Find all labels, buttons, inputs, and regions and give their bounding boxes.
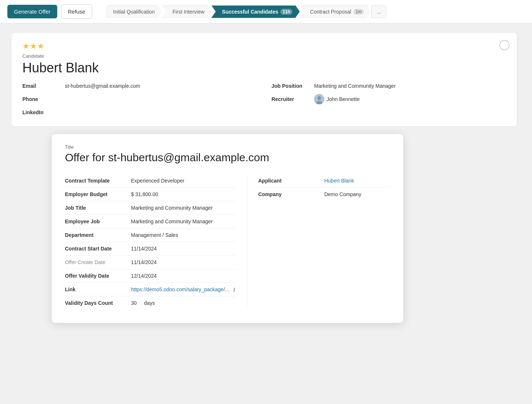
recruiter-name: John Bennette [327, 96, 360, 102]
offer-left-column: Contract Template Experienced Developer … [65, 174, 247, 310]
generate-offer-button[interactable]: Generate Offer [7, 5, 57, 18]
step-initial-qualification[interactable]: Initial Qualification [107, 6, 162, 18]
offer-validity-date-value: 12/14/2024 [131, 273, 157, 279]
offer-validity-date-row: Offer Validity Date 12/14/2024 [65, 269, 236, 283]
job-title-value: Marketing and Community Manager [131, 205, 213, 211]
validity-days-unit: days [144, 300, 155, 306]
candidate-name: Hubert Blank [22, 60, 506, 76]
job-position-field-row: Job Position Marketing and Community Man… [272, 83, 506, 89]
validity-days-container: 30 days [131, 300, 155, 306]
offer-card: Title Offer for st-hubertus@gmail.exampl… [51, 134, 404, 323]
linkedin-label: LinkedIn [22, 109, 59, 115]
offer-right-column: Applicant Hubert Blank Company Demo Comp… [247, 174, 390, 310]
linkedin-field-row: LinkedIn [22, 109, 257, 115]
job-position-label: Job Position [272, 83, 308, 89]
email-label: Email [22, 83, 59, 89]
validity-days-row: Validity Days Count 30 days [65, 296, 236, 310]
contract-start-date-row: Contract Start Date 11/14/2024 [65, 242, 236, 256]
external-link-icon[interactable]: ⚷ [232, 286, 236, 292]
employer-budget-value: $ 31,800.00 [131, 191, 158, 197]
email-value: st-hubertus@gmail.example.com [65, 83, 140, 89]
email-field-row: Email st-hubertus@gmail.example.com [22, 83, 257, 89]
candidate-label: Candidate [22, 53, 506, 59]
step-more-button[interactable]: ... [371, 6, 387, 18]
svg-point-1 [317, 96, 321, 100]
toolbar: Generate Offer Refuse Initial Qualificat… [0, 0, 532, 24]
recruiter-label: Recruiter [272, 96, 308, 102]
step-label: First Interview [172, 9, 204, 15]
employer-budget-row: Employer Budget $ 31,800.00 [65, 188, 236, 201]
company-label: Company [258, 191, 324, 197]
department-label: Department [65, 232, 131, 238]
contract-template-value: Experienced Developer [131, 178, 185, 184]
offer-validity-date-label: Offer Validity Date [65, 273, 131, 279]
phone-label: Phone [22, 96, 59, 102]
offer-create-date-row: Offer Create Date 11/14/2024 [65, 256, 236, 269]
job-position-value: Marketing and Community Manager [314, 83, 396, 89]
contract-start-date-label: Contract Start Date [65, 246, 131, 252]
company-row: Company Demo Company [258, 188, 390, 201]
offer-title-value: Offer for st-hubertus@gmail.example.com [65, 151, 390, 164]
employee-job-row: Employee Job Marketing and Community Man… [65, 215, 236, 228]
step-label: Contract Proposal [310, 9, 351, 15]
link-container: https://demo5.odoo.com/salary_package/..… [131, 286, 236, 292]
link-label: Link [65, 286, 131, 292]
employee-job-value: Marketing and Community Manager [131, 219, 213, 224]
step-label: Initial Qualification [113, 9, 155, 15]
step-badge: 1m [353, 9, 364, 15]
applicant-row: Applicant Hubert Blank [258, 174, 390, 188]
step-contract-proposal[interactable]: Contract Proposal 1m [299, 6, 371, 18]
candidate-card: ★★★ Candidate Hubert Blank Email st-hube… [11, 32, 517, 127]
offer-title-label: Title [65, 144, 390, 150]
step-label: Successful Candidates [222, 9, 278, 15]
contract-start-date-value: 11/14/2024 [131, 246, 157, 252]
employee-job-label: Employee Job [65, 219, 131, 224]
offer-create-date-label: Offer Create Date [65, 259, 131, 265]
circle-toggle-button[interactable] [499, 40, 510, 50]
recruiter-row: John Bennette [314, 94, 360, 104]
offer-create-date-value: 11/14/2024 [131, 259, 157, 265]
contract-template-label: Contract Template [65, 178, 131, 184]
job-title-label: Job Title [65, 205, 131, 211]
validity-days-label: Validity Days Count [65, 300, 131, 306]
offer-fields: Contract Template Experienced Developer … [65, 174, 390, 310]
applicant-value[interactable]: Hubert Blank [324, 178, 354, 184]
phone-field-row: Phone [22, 94, 257, 104]
contract-template-row: Contract Template Experienced Developer [65, 174, 236, 188]
step-badge: 11h [280, 9, 292, 15]
link-value[interactable]: https://demo5.odoo.com/salary_package/..… [131, 286, 229, 292]
candidate-fields: Email st-hubertus@gmail.example.com Job … [22, 83, 506, 115]
refuse-button[interactable]: Refuse [61, 4, 92, 19]
recruiter-avatar [314, 94, 324, 104]
job-title-row: Job Title Marketing and Community Manage… [65, 201, 236, 215]
validity-days-value: 30 [131, 300, 137, 306]
company-value: Demo Company [324, 191, 361, 197]
main-content: ★★★ Candidate Hubert Blank Email st-hube… [0, 24, 532, 136]
candidate-stars[interactable]: ★★★ [22, 42, 506, 51]
department-row: Department Management / Sales [65, 228, 236, 242]
step-successful-candidates[interactable]: Successful Candidates 11h [211, 6, 300, 18]
pipeline-steps: Initial Qualification First Interview Su… [107, 6, 386, 18]
applicant-label: Applicant [258, 178, 324, 184]
link-row: Link https://demo5.odoo.com/salary_packa… [65, 283, 236, 296]
employer-budget-label: Employer Budget [65, 191, 131, 197]
step-first-interview[interactable]: First Interview [162, 6, 212, 18]
recruiter-field-row: Recruiter John Bennette [272, 94, 506, 104]
department-value: Management / Sales [131, 232, 178, 238]
